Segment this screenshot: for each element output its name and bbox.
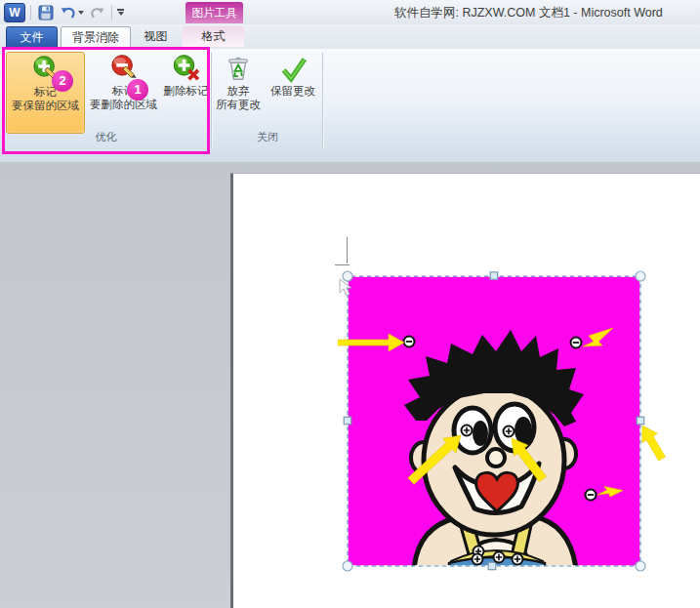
- resize-handle-top-right[interactable]: [636, 271, 645, 281]
- step-badge-1: 1: [127, 79, 148, 101]
- button-label: 所有更改: [216, 98, 261, 111]
- window-title: 软件自学网: RJZXW.COM 文档1 - Microsoft Word: [394, 5, 663, 21]
- mark-areas-to-keep-button[interactable]: 标记 要保留的区域: [6, 52, 85, 134]
- ribbon-tab-row: 文件 背景消除 视图 格式: [0, 24, 700, 49]
- qat-separator: [111, 5, 112, 20]
- keep-marker: [513, 554, 523, 565]
- remove-marker: [571, 338, 582, 348]
- remove-marker: [586, 490, 597, 501]
- undo-icon: [60, 5, 77, 20]
- group-label-refine: 优化: [2, 130, 210, 144]
- save-button[interactable]: [36, 3, 56, 22]
- qat-separator: [30, 5, 31, 20]
- tab-background-removal[interactable]: 背景消除: [61, 26, 131, 50]
- tab-format[interactable]: 格式: [183, 26, 244, 47]
- undo-button[interactable]: [59, 3, 85, 22]
- word-logo-icon[interactable]: W: [4, 3, 25, 22]
- tab-file[interactable]: 文件: [6, 26, 58, 49]
- margin-corner-mark: [347, 237, 348, 263]
- button-label: 要删除的区域: [90, 98, 157, 111]
- ribbon: 标记 要保留的区域 标记 要删除的区域 删除标记 2 1 优: [0, 49, 700, 163]
- customize-quick-access-button[interactable]: [117, 9, 124, 16]
- resize-handle-bottom[interactable]: [488, 562, 496, 570]
- ribbon-group-close: 放弃 所有更改 保留更改 关闭: [213, 49, 322, 156]
- button-label: 要保留的区域: [12, 99, 79, 112]
- resize-handle-top-left[interactable]: [343, 271, 352, 281]
- save-icon: [37, 4, 55, 21]
- resize-handle-right[interactable]: [637, 417, 644, 425]
- redo-icon: [89, 5, 105, 20]
- resize-handle-left[interactable]: [344, 417, 351, 425]
- delete-mark-icon: [172, 54, 201, 83]
- remove-marker: [404, 337, 415, 347]
- mark-areas-to-remove-button[interactable]: 标记 要删除的区域: [85, 52, 162, 132]
- button-label: 放弃: [227, 84, 250, 98]
- button-label: 删除标记: [164, 84, 209, 98]
- title-bar: W 软件自学网: R: [0, 0, 700, 25]
- pupil: [473, 421, 488, 446]
- keep-changes-icon: [278, 54, 308, 83]
- margin-corner-mark: [335, 264, 350, 265]
- picture-tools-header: 图片工具: [185, 2, 243, 23]
- ribbon-group-refine: 标记 要保留的区域 标记 要删除的区域 删除标记 2 1 优: [2, 49, 210, 156]
- annotation-arrow: [642, 426, 666, 461]
- keep-marker: [504, 426, 515, 437]
- keep-changes-button[interactable]: 保留更改: [266, 52, 320, 132]
- resize-handle-bottom-right[interactable]: [636, 561, 645, 571]
- delete-mark-button[interactable]: 删除标记: [163, 52, 209, 132]
- pupil: [515, 417, 532, 444]
- nose: [487, 449, 505, 466]
- group-separator: [322, 53, 323, 148]
- discard-all-changes-button[interactable]: 放弃 所有更改: [213, 52, 264, 132]
- resize-handle-bottom-left[interactable]: [343, 561, 352, 571]
- group-label-close: 关闭: [213, 130, 322, 144]
- keep-marker: [462, 426, 473, 436]
- tab-view[interactable]: 视图: [133, 26, 179, 47]
- group-separator: [211, 53, 212, 148]
- picture-canvas[interactable]: [338, 266, 670, 579]
- redo-button[interactable]: [88, 3, 106, 22]
- customize-caret-icon: [118, 12, 124, 16]
- resize-handle-top[interactable]: [490, 272, 498, 280]
- discard-all-changes-icon: [224, 54, 253, 83]
- quick-access-toolbar: W: [0, 0, 124, 24]
- button-label: 保留更改: [270, 84, 315, 98]
- step-badge-2: 2: [52, 70, 73, 92]
- keep-marker: [473, 554, 483, 565]
- undo-dropdown-caret[interactable]: [78, 11, 84, 15]
- keep-marker: [494, 552, 505, 563]
